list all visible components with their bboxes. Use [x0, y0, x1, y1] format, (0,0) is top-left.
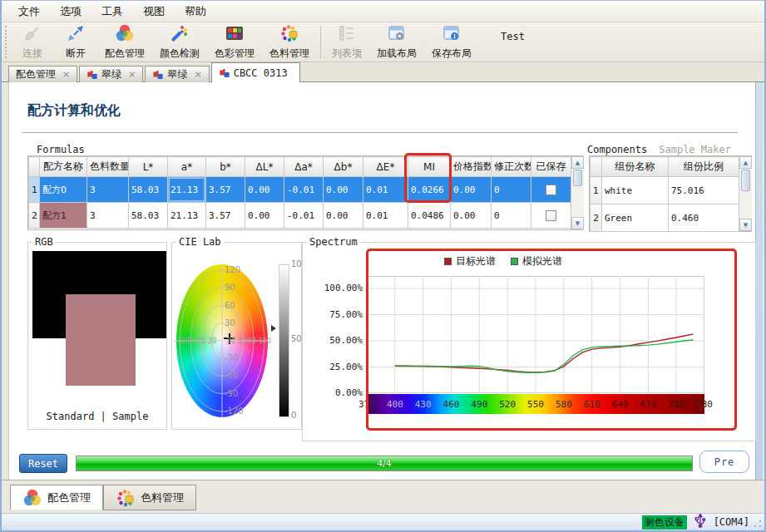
column-header-已保存[interactable]: 已保存	[531, 157, 571, 177]
toolbar-button-色彩管理[interactable]: 色彩管理	[207, 22, 262, 62]
menu-item-工具[interactable]: 工具	[91, 1, 133, 22]
column-header-组份比例[interactable]: 组份比例	[669, 157, 739, 177]
toolbar: 连接断开配色管理颜色检测色彩管理色料管理列表项加载布局保存布局 Test	[2, 22, 764, 62]
menu-item-帮助[interactable]: 帮助	[175, 1, 216, 22]
menu-item-视图[interactable]: 视图	[133, 1, 175, 22]
column-header-L*[interactable]: L*	[129, 157, 168, 177]
tab-sample-maker[interactable]: Sample Maker	[659, 144, 731, 155]
scroll-down-icon[interactable]: ▼	[739, 219, 752, 231]
device-status-badge: 测色设备	[642, 515, 687, 530]
y-axis-label: 100.00%	[306, 283, 363, 293]
formula-row[interactable]: 2配方1358.0321.133.570.00-0.010.000.010.04…	[29, 203, 571, 229]
lightness-bar-label: 0	[291, 411, 296, 420]
formula-value-cell: 0.01	[363, 203, 408, 229]
tab-close-icon[interactable]: ×	[128, 69, 136, 80]
column-header-a*[interactable]: a*	[168, 157, 206, 177]
scroll-thumb[interactable]	[573, 170, 582, 186]
column-header-b*[interactable]: b*	[206, 157, 245, 177]
formula-value-cell: 58.03	[129, 177, 168, 203]
column-header-色料数量[interactable]: 色料数量	[87, 157, 129, 177]
scroll-up-icon[interactable]: ▲	[571, 156, 584, 169]
toolbar-button-配色管理[interactable]: 配色管理	[97, 22, 152, 62]
toolbar-button-断开[interactable]: 断开	[54, 22, 97, 62]
rgb-panel: Standard | Sample	[27, 242, 167, 430]
formula-value-cell: 0.00	[324, 203, 363, 229]
save-layout-icon	[442, 23, 462, 46]
saved-checkbox[interactable]	[546, 185, 556, 195]
usb-icon	[694, 514, 706, 530]
toolbar-button-颜色检测[interactable]: 颜色检测	[152, 22, 207, 62]
x-axis-label: 520	[496, 399, 519, 410]
rgb-panel-label: RGB	[32, 236, 56, 248]
column-header-MI[interactable]: MI	[408, 157, 451, 177]
tab-components[interactable]: Components	[587, 144, 647, 155]
vertical-scrollbar[interactable]: ▲▼	[571, 156, 584, 229]
toolbar-button-色料管理[interactable]: 色料管理	[262, 22, 317, 62]
x-axis-label: 490	[467, 399, 491, 410]
document-tab-配色管理[interactable]: 配色管理×	[8, 66, 77, 82]
pre-button[interactable]: Pre	[699, 451, 749, 473]
components-table: 组份名称组份比例1white75.0162Green0.460▲▼	[589, 155, 752, 232]
x-axis-label: 670	[636, 399, 660, 410]
bottom-tab-配色管理[interactable]: 配色管理	[10, 485, 103, 510]
toolbar-grip[interactable]	[5, 26, 9, 58]
formulas-table: 配方名称色料数量L*a*b*ΔL*Δa*Δb*ΔE*MI价格指数修正次数已保存1…	[27, 155, 583, 230]
column-header-Δb*[interactable]: Δb*	[324, 157, 363, 177]
scroll-up-icon[interactable]: ▲	[739, 156, 752, 169]
progress-text: 4/4	[377, 458, 392, 469]
load-layout-icon	[387, 23, 407, 46]
x-axis-label: 580	[552, 399, 576, 410]
formula-value-cell: 3	[87, 177, 129, 203]
component-row[interactable]: 1white75.016	[591, 177, 739, 204]
document-tab-翠绿[interactable]: 翠绿×	[145, 66, 209, 82]
reset-button[interactable]: Reset	[19, 454, 67, 473]
formula-value-cell: 0.00	[451, 203, 492, 229]
tab-close-icon[interactable]: ×	[62, 69, 70, 80]
column-header-ΔE*[interactable]: ΔE*	[363, 157, 408, 177]
formula-value-cell: 21.13	[168, 203, 206, 229]
puzzle-icon	[152, 69, 164, 81]
formula-value-cell: 3.57	[206, 177, 245, 203]
lab-axis-label: -30	[225, 353, 238, 362]
lab-axis-label: 60	[237, 337, 245, 345]
component-row[interactable]: 2Green0.460	[591, 204, 739, 232]
puzzle-icon	[86, 69, 98, 81]
lightness-marker-icon	[271, 325, 276, 332]
x-axis-label: 700	[665, 399, 688, 410]
column-header-修正次数[interactable]: 修正次数	[492, 157, 531, 177]
menu-item-选项[interactable]: 选项	[50, 1, 91, 22]
vertical-scrollbar[interactable]: ▲▼	[739, 156, 752, 231]
lab-axis-label: -120	[174, 337, 189, 345]
scroll-thumb[interactable]	[741, 170, 750, 191]
lab-axis-label: 90	[248, 337, 256, 345]
formula-row[interactable]: 1配方0358.0321.133.570.00-0.010.000.010.02…	[29, 177, 571, 203]
formula-value-cell: 0.0486	[408, 203, 451, 229]
toolbar-button-加载布局[interactable]: 加载布局	[369, 22, 424, 62]
lab-axis-label: -30	[205, 337, 216, 345]
menu-bar: 文件选项工具视图帮助	[2, 1, 764, 22]
column-header-组份名称[interactable]: 组份名称	[602, 157, 669, 177]
formula-value-cell: 3.57	[206, 203, 245, 229]
column-header-Δa*[interactable]: Δa*	[284, 157, 324, 177]
status-bar: 测色设备 [COM4]	[2, 513, 764, 530]
formula-value-cell: 0.0266	[408, 177, 451, 203]
lab-axis-label: 30	[225, 318, 235, 328]
menu-item-文件[interactable]: 文件	[8, 1, 50, 22]
tab-close-icon[interactable]: ×	[194, 69, 201, 80]
resize-grip[interactable]	[753, 519, 763, 529]
legend-label: 模拟光谱	[522, 254, 562, 268]
document-tab-翠绿[interactable]: 翠绿×	[79, 66, 143, 82]
saved-checkbox[interactable]	[546, 210, 556, 221]
scroll-down-icon[interactable]: ▼	[571, 217, 584, 229]
connect-icon	[22, 23, 42, 46]
bottom-tab-色料管理[interactable]: 色料管理	[103, 485, 196, 510]
y-axis-label: 25.00%	[306, 362, 363, 372]
toolbar-button-保存布局[interactable]: 保存布局	[424, 22, 479, 62]
column-header-配方名称[interactable]: 配方名称	[40, 157, 87, 177]
chart-legend: 目标光谱模拟光谱	[444, 254, 562, 268]
formula-name-cell: 配方0	[40, 177, 87, 203]
document-tab-CBCC 0313[interactable]: CBCC 0313	[211, 62, 300, 82]
column-header-价格指数[interactable]: 价格指数	[451, 157, 492, 177]
column-header-ΔL*[interactable]: ΔL*	[245, 157, 284, 177]
colorant-icon	[279, 23, 299, 46]
